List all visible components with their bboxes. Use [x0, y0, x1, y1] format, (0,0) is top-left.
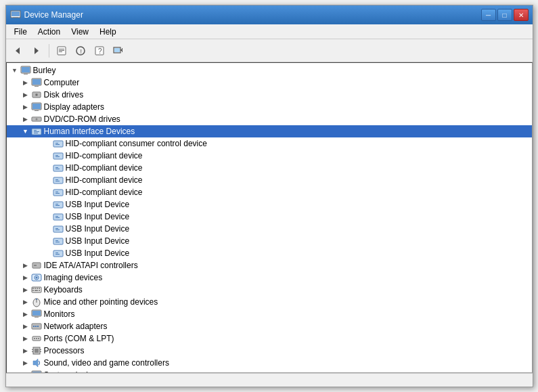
svg-rect-51 — [55, 169, 60, 169]
svg-rect-62 — [55, 204, 58, 204]
scan-button[interactable] — [110, 42, 127, 60]
tree-dvd[interactable]: ▶ DVD/CD-ROM drives — [7, 113, 532, 125]
svg-rect-104 — [35, 326, 37, 327]
svg-rect-54 — [55, 179, 58, 180]
expand-keyboards[interactable]: ▶ — [20, 284, 31, 295]
update-button[interactable]: ! — [72, 42, 89, 60]
mice-icon — [31, 297, 42, 307]
root-label: Burley — [33, 66, 56, 75]
svg-rect-70 — [55, 228, 58, 229]
svg-rect-65 — [54, 215, 62, 219]
svg-rect-47 — [55, 156, 60, 157]
svg-rect-99 — [35, 317, 39, 318]
tree-disk-drives[interactable]: ▶ Disk drives — [7, 89, 532, 101]
svg-rect-112 — [32, 349, 33, 350]
svg-rect-61 — [54, 202, 62, 207]
back-button[interactable] — [9, 42, 26, 60]
hid-root-label: Human Interface Devices — [44, 127, 135, 136]
properties-button[interactable] — [53, 42, 70, 60]
expand-dvd[interactable]: ▶ — [20, 114, 31, 125]
tree-hid-consumer[interactable]: HID-compliant consumer control device — [7, 137, 532, 150]
hid-device-2-icon — [53, 162, 64, 173]
tree-root[interactable]: ▼ Burley — [7, 64, 532, 77]
computer-label: Computer — [44, 78, 80, 87]
svg-rect-6 — [59, 49, 64, 49]
tree-ports[interactable]: ▶ Ports (COM & LPT) — [7, 332, 532, 345]
expand-network[interactable]: ▶ — [20, 321, 31, 332]
tree-usb-input-1[interactable]: USB Input Device — [7, 198, 532, 211]
tree-hid-device-4[interactable]: HID-compliant device — [7, 186, 532, 198]
expand-disk[interactable]: ▶ — [20, 89, 31, 100]
expand-root[interactable]: ▼ — [9, 65, 20, 76]
imaging-icon — [31, 272, 42, 283]
svg-rect-75 — [55, 242, 60, 242]
menu-view[interactable]: View — [66, 26, 94, 38]
tree-imaging[interactable]: ▶ Imaging devices — [7, 271, 532, 284]
expand-hid[interactable]: ▼ — [20, 126, 31, 137]
minimize-button[interactable]: ─ — [481, 9, 496, 21]
expand-sound[interactable]: ▶ — [20, 357, 31, 368]
svg-rect-115 — [40, 351, 41, 352]
expand-ide[interactable]: ▶ — [20, 260, 31, 271]
tree-processors[interactable]: ▶ Processors — [7, 345, 532, 357]
svg-rect-18 — [22, 67, 30, 72]
svg-rect-74 — [55, 240, 58, 241]
svg-rect-46 — [55, 155, 58, 156]
tree-hid-device-3[interactable]: HID-compliant device — [7, 174, 532, 186]
expand-computer[interactable]: ▶ — [20, 77, 31, 88]
tree-ide[interactable]: ▶ IDE ATA/ATAPI controllers — [7, 259, 532, 271]
svg-rect-59 — [55, 193, 60, 194]
expand-mice[interactable]: ▶ — [20, 297, 31, 307]
menu-action[interactable]: Action — [32, 26, 66, 38]
svg-rect-43 — [55, 144, 60, 145]
expand-display[interactable]: ▶ — [20, 102, 31, 112]
expand-monitors[interactable]: ▶ — [20, 309, 31, 320]
close-button[interactable]: ✕ — [514, 9, 529, 21]
svg-rect-57 — [54, 190, 62, 195]
svg-rect-87 — [32, 288, 34, 289]
expand-ports[interactable]: ▶ — [20, 333, 31, 344]
menu-file[interactable]: File — [9, 26, 32, 38]
tree-hid-device-2[interactable]: HID-compliant device — [7, 162, 532, 174]
svg-point-108 — [36, 338, 37, 339]
hid-device-3-label: HID-compliant device — [66, 175, 143, 185]
svg-rect-7 — [59, 50, 64, 51]
expand-processors[interactable]: ▶ — [20, 345, 31, 356]
tree-monitors[interactable]: ▶ Monitors — [7, 308, 532, 320]
usb-input-5-label: USB Input Device — [66, 248, 130, 258]
help-button[interactable]: ? — [91, 42, 108, 60]
maximize-button[interactable]: □ — [497, 9, 512, 21]
tree-display[interactable]: ▶ Display adapters — [7, 101, 532, 113]
svg-rect-113 — [32, 351, 33, 352]
dvd-icon — [31, 114, 42, 125]
svg-rect-20 — [22, 73, 29, 74]
ide-label: IDE ATA/ATAPI controllers — [44, 261, 138, 270]
display-icon — [31, 102, 42, 112]
svg-rect-30 — [32, 104, 41, 109]
svg-rect-2 — [13, 17, 18, 18]
sound-label: Sound, video and game controllers — [44, 358, 169, 368]
ports-icon — [31, 333, 42, 344]
disk-icon — [31, 89, 42, 100]
tree-usb-input-3[interactable]: USB Input Device — [7, 223, 532, 235]
usb-input-5-icon — [53, 248, 64, 259]
tree-network[interactable]: ▶ Network adapters — [7, 320, 532, 332]
tree-mice[interactable]: ▶ Mice and other pointing devices — [7, 296, 532, 308]
tree-usb-input-2[interactable]: USB Input Device — [7, 211, 532, 223]
menu-help[interactable]: Help — [94, 26, 122, 38]
svg-rect-79 — [55, 254, 60, 255]
tree-keyboards[interactable]: ▶ Keyboards — [7, 284, 532, 296]
tree-usb-input-4[interactable]: USB Input Device — [7, 235, 532, 247]
tree-computer[interactable]: ▶ Computer — [7, 77, 532, 89]
tree-usb-input-5[interactable]: USB Input Device — [7, 247, 532, 259]
tree-hid-root[interactable]: ▼ Human Interface Devices — [7, 125, 532, 137]
svg-rect-88 — [35, 288, 36, 289]
svg-rect-78 — [55, 253, 58, 253]
tree-sound[interactable]: ▶ Sound, video and game controllers — [7, 357, 532, 369]
tree-hid-device-1[interactable]: HID-compliant device — [7, 150, 532, 162]
imaging-label: Imaging devices — [44, 273, 103, 282]
expand-imaging[interactable]: ▶ — [20, 272, 31, 283]
sound-icon — [31, 357, 42, 368]
forward-button[interactable] — [28, 42, 45, 60]
device-tree[interactable]: ▼ Burley ▶ — [6, 62, 533, 373]
